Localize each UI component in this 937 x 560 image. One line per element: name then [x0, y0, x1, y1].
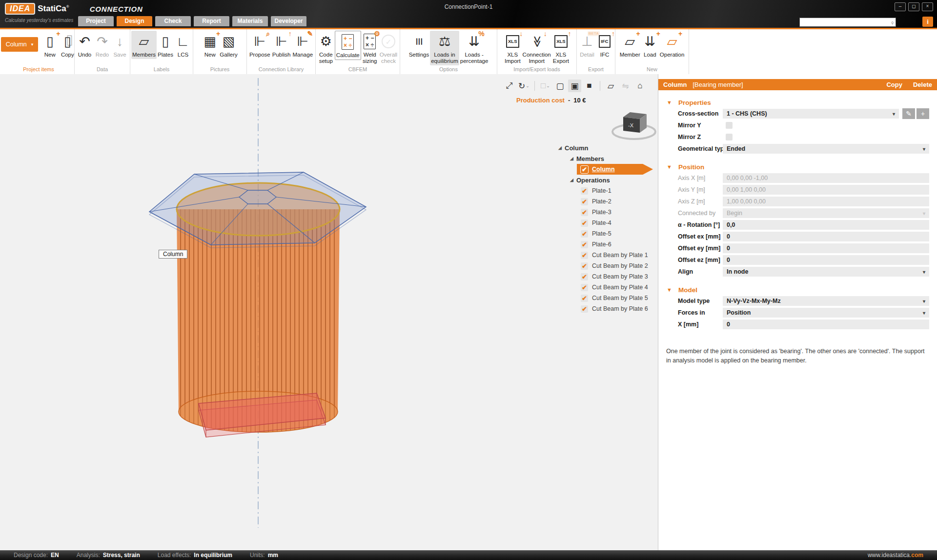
maximize-button[interactable]: ◻ [908, 2, 919, 11]
add-cross-section-button[interactable]: + [917, 108, 929, 119]
loads-in-equilibrium-button[interactable]: ⚖Loads in equilibrium [430, 31, 459, 65]
delete-member-button[interactable]: Delete [913, 81, 932, 88]
checkbox-cut-beam-by-plate-2[interactable]: ✔ [581, 262, 588, 270]
checkbox-plate-3[interactable]: ✔ [581, 209, 588, 216]
checkbox-column[interactable]: ✔ [581, 166, 588, 173]
wireframe-view-button[interactable]: ▢ [553, 80, 567, 92]
tree-item-cut-beam-by-plate-6[interactable]: ✔Cut Beam by Plate 6 [555, 303, 658, 314]
manage-connection-button[interactable]: ⊩✎Manage [292, 31, 314, 59]
home-view-button[interactable]: ⌂ [633, 80, 647, 92]
checkbox-cut-beam-by-plate-6[interactable]: ✔ [581, 305, 588, 313]
xls-export-button[interactable]: XLS↑XLS Export [552, 31, 570, 65]
section-header-position[interactable]: ▼Position [658, 161, 937, 172]
input-offset-ex-mm[interactable]: 0 [723, 232, 929, 241]
input-rotation[interactable]: 0,0 [723, 220, 929, 230]
edit-cross-section-button[interactable]: ✎ [902, 108, 915, 119]
minimize-button[interactable]: – [895, 2, 906, 11]
new-member-button[interactable]: ▱+Member [619, 31, 641, 59]
navigation-cube[interactable]: -X [609, 102, 657, 144]
input-offset-ey-mm[interactable]: 0 [723, 243, 929, 253]
tree-item-cut-beam-by-plate-3[interactable]: ✔Cut Beam by Plate 3 [555, 271, 658, 282]
section-header-model[interactable]: ▼Model [658, 284, 937, 295]
settings-button[interactable]: ≡Settings [408, 31, 430, 59]
checkbox-plate-6[interactable]: ✔ [581, 241, 588, 248]
tree-item-plate-6[interactable]: ✔Plate-6 [555, 239, 658, 250]
solid-view-button[interactable]: ■ [583, 80, 596, 92]
project-items-selector[interactable]: Column▾ [1, 37, 39, 52]
tree-item-plate-5[interactable]: ✔Plate-5 [555, 228, 658, 239]
tree-item-cut-beam-by-plate-1[interactable]: ✔Cut Beam by Plate 1 [555, 250, 658, 260]
tree-item-cut-beam-by-plate-4[interactable]: ✔Cut Beam by Plate 4 [555, 282, 658, 293]
tree-item-cut-beam-by-plate-5[interactable]: ✔Cut Beam by Plate 5 [555, 293, 658, 303]
weld-sizing-button[interactable]: + − × ÷⚙Weld sizing [361, 31, 379, 65]
new-project-item-button[interactable]: ▯+New [41, 31, 59, 59]
info-button[interactable]: i [922, 17, 933, 27]
expander-icon[interactable]: ◢ [570, 178, 576, 182]
ifc-export-button[interactable]: IFC↑IFC [596, 31, 613, 59]
dropdown-geometrical-type[interactable]: Ended▾ [723, 144, 929, 154]
loads-percentage-button[interactable]: ⇊%Loads - percentage [459, 31, 489, 65]
checkbox-cut-beam-by-plate-4[interactable]: ✔ [581, 284, 588, 291]
checkbox-cut-beam-by-plate-5[interactable]: ✔ [581, 295, 588, 302]
search-input[interactable] [800, 20, 889, 25]
checkbox-plate-2[interactable]: ✔ [581, 198, 588, 205]
tab-project[interactable]: Project [78, 16, 114, 26]
member-label-column[interactable]: Column [159, 250, 187, 259]
rotate-view-button[interactable]: ↻⌄ [517, 80, 530, 92]
checkbox-plate-5[interactable]: ✔ [581, 230, 588, 238]
close-button[interactable]: × [922, 2, 933, 11]
checkbox-plate-1[interactable]: ✔ [581, 187, 588, 195]
website-link[interactable]: www.ideastatica.com [868, 552, 923, 559]
new-picture-button[interactable]: ▦+New [201, 31, 219, 59]
tree-item-plate-3[interactable]: ✔Plate-3 [555, 207, 658, 218]
members-button[interactable]: ▱Members [131, 31, 157, 59]
xls-import-button[interactable]: XLS↓XLS Import [504, 31, 522, 65]
lcs-button[interactable]: ∟LCS [174, 31, 192, 59]
dropdown-forces-in[interactable]: Position▾ [723, 308, 929, 318]
checkbox-mirror-z[interactable] [726, 134, 733, 140]
gallery-button[interactable]: ▧Gallery [219, 31, 238, 59]
checkbox-cut-beam-by-plate-3[interactable]: ✔ [581, 273, 588, 280]
tab-developer[interactable]: Developer [271, 16, 306, 26]
tree-item-plate-1[interactable]: ✔Plate-1 [555, 185, 658, 196]
tree-item-plate-2[interactable]: ✔Plate-2 [555, 196, 658, 207]
code-setup-button[interactable]: ⚙Code setup [317, 31, 335, 65]
checkbox-mirror-y[interactable] [726, 122, 733, 129]
expander-icon[interactable]: ◢ [558, 145, 565, 150]
selection-mode-button[interactable]: □⌄ [539, 80, 552, 92]
checkbox-cut-beam-by-plate-1[interactable]: ✔ [581, 252, 588, 259]
new-operation-button[interactable]: ▱+Operation [659, 31, 686, 59]
copy-member-button[interactable]: Copy [886, 81, 902, 88]
tree-item-column[interactable]: ✔Column [555, 164, 658, 175]
search-box[interactable]: ⌕ [799, 18, 896, 27]
new-load-button[interactable]: ⇊+Load [641, 31, 659, 59]
mirror-view-button[interactable]: ⇋ [619, 80, 632, 92]
connection-import-button[interactable]: ≪↓Connection Import [522, 31, 552, 65]
tree-group-operations[interactable]: ◢Operations [555, 175, 658, 185]
tree-item-plate-4[interactable]: ✔Plate-4 [555, 218, 658, 228]
tab-design[interactable]: Design [117, 16, 152, 26]
tab-materials[interactable]: Materials [232, 16, 268, 26]
dropdown-cross-section[interactable]: 1 - CHS (CHS)▾ [723, 109, 899, 119]
undo-button[interactable]: ↶Undo [76, 31, 94, 59]
plate-view-button[interactable]: ▱ [604, 80, 617, 92]
zoom-fit-button[interactable]: ⤢ [503, 80, 516, 92]
input-x-mm[interactable]: 0 [723, 320, 929, 329]
tree-item-cut-beam-by-plate-2[interactable]: ✔Cut Beam by Plate 2 [555, 260, 658, 271]
input-offset-ez-mm[interactable]: 0 [723, 255, 929, 265]
tab-report[interactable]: Report [194, 16, 229, 26]
publish-connection-button[interactable]: ⊩↑Publish [271, 31, 292, 59]
dropdown-align[interactable]: In node▾ [723, 267, 929, 277]
model-viewport[interactable]: ⤢↻⌄□⌄▢▣■▱⇋⌂ Production cost - 10 € -X Co… [0, 74, 658, 550]
propose-connection-button[interactable]: ⊩⌕Propose [248, 31, 271, 59]
dropdown-model-type[interactable]: N-Vy-Vz-Mx-My-Mz▾ [723, 296, 929, 306]
expander-icon[interactable]: ◢ [570, 156, 576, 161]
transparent-view-button[interactable]: ▣ [568, 80, 581, 92]
checkbox-plate-4[interactable]: ✔ [581, 220, 588, 227]
calculate-button[interactable]: + − × ÷Calculate [335, 31, 361, 60]
tab-check[interactable]: Check [155, 16, 191, 26]
tree-group-members[interactable]: ◢Members [555, 153, 658, 164]
plates-button[interactable]: ▯Plates [157, 31, 174, 59]
section-header-properties[interactable]: ▼Properties [658, 97, 937, 108]
copy-project-item-button[interactable]: ▯Copy [59, 31, 76, 59]
